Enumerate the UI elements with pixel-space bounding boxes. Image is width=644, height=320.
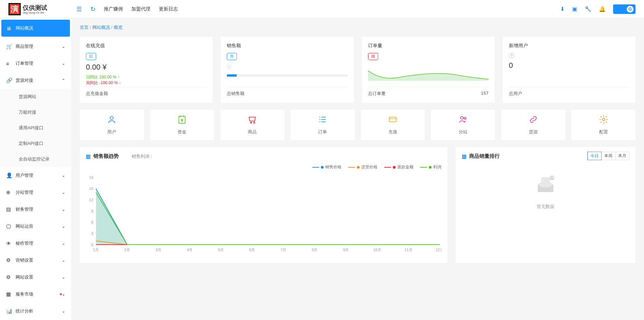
sidebar-label: 商品管理 [16, 43, 62, 50]
quicklink-充值[interactable]: 充值 [361, 110, 425, 140]
rank-tab-2[interactable]: 本月 [615, 152, 629, 160]
sidebar-subitem-0[interactable]: 货源网站 [0, 89, 71, 105]
breadcrumb-home[interactable]: 首页 [80, 25, 89, 30]
header: 演 仅供测试 Jing Gong Ce Shi ☰ ↻ 推广赚佣 加盟代理 更新… [0, 0, 644, 18]
sidebar-item-6[interactable]: ▤ 财务管理 ⌄ [0, 201, 71, 218]
svg-text:15: 15 [89, 187, 93, 191]
rank-tab-1[interactable]: 本周 [602, 152, 615, 160]
legend-item[interactable]: 利润 [420, 164, 441, 170]
svg-text:1月: 1月 [93, 248, 99, 252]
quicklink-分站[interactable]: 分站 [431, 110, 495, 140]
quicklink-订单[interactable]: 订单 [291, 110, 355, 140]
people-icon [458, 115, 468, 126]
sidebar-item-3[interactable]: 🔗 货源对接 ⌃ [0, 72, 71, 89]
chevron-icon: ⌄ [62, 173, 65, 178]
sidebar-item-0[interactable]: 🖥 网站概况 [1, 20, 70, 37]
refresh-icon[interactable]: ↻ [90, 5, 95, 13]
card-value: ¥ [227, 63, 347, 72]
sidebar-item-4[interactable]: 👤 用户管理 ⌄ [0, 167, 71, 184]
quicklink-货源[interactable]: 货源 [501, 110, 565, 140]
period-tag[interactable]: 周 [368, 53, 378, 60]
sidebar-item-12[interactable]: 📊 统计分析 ⌄ [0, 303, 71, 320]
sidebar-subitem-4[interactable]: 全自动监控记录 [0, 151, 71, 167]
wrench-icon[interactable]: 🔧 [585, 6, 591, 12]
sidebar-subitem-3[interactable]: 定制API接口 [0, 136, 71, 151]
collapse-menu-icon[interactable]: ☰ [76, 5, 82, 13]
help-icon[interactable]: ? [509, 53, 514, 58]
sidebar-icon: 🖥 [6, 25, 13, 31]
sidebar-icon: 👁 [6, 241, 13, 246]
sidebar-label: 分站管理 [16, 189, 62, 195]
sidebar-item-9[interactable]: ⚙ 营销设置 ⌄ [0, 252, 71, 269]
foot-label: 总充值金额 [86, 91, 108, 97]
tile-label: 商品 [248, 129, 257, 135]
legend-item[interactable]: 退款金额 [384, 164, 413, 170]
logo[interactable]: 演 仅供测试 Jing Gong Ce Shi [0, 0, 71, 18]
legend-item[interactable]: 销售价格 [312, 164, 342, 170]
svg-text:6: 6 [91, 220, 93, 224]
rank-tab-0[interactable]: 今日 [587, 152, 602, 160]
card-title: 销售额 [227, 43, 347, 49]
svg-text:4月: 4月 [187, 248, 192, 252]
tile-label: 订单 [318, 129, 327, 135]
user-badge[interactable]: G [613, 4, 636, 14]
sidebar-item-5[interactable]: ⊕ 分站管理 ⌄ [0, 184, 71, 201]
header-tab-agent[interactable]: 加盟代理 [131, 6, 150, 12]
sidebar-subitem-2[interactable]: 通用API接口 [0, 120, 71, 136]
sidebar-label: 网站运营 [16, 223, 62, 229]
svg-text:8月: 8月 [312, 248, 317, 252]
sidebar-icon: 🖵 [6, 224, 13, 229]
day-ratio: 日同比 100.00 % ↑ [86, 74, 206, 80]
list-icon [318, 115, 327, 126]
foot-label: 总用户 [509, 91, 522, 97]
sidebar-item-2[interactable]: ≡ 订单管理 ⌄ [0, 55, 71, 72]
bell-icon[interactable]: 🔔 [599, 6, 606, 12]
card-title: 新增用户 [509, 43, 629, 49]
sidebar-item-10[interactable]: ⚙ 网站设置 ⌄ [0, 269, 71, 286]
chart-icon: ▥ [86, 153, 91, 159]
svg-point-29 [551, 177, 552, 178]
export-icon[interactable]: ▣ [572, 6, 577, 12]
breadcrumb-page[interactable]: 概览 [114, 25, 123, 30]
sidebar-icon: ▤ [6, 206, 13, 212]
foot-label: 总销售额 [227, 91, 244, 97]
chevron-icon: ⌄ [62, 275, 65, 280]
sidebar-icon: ⊕ [6, 189, 13, 195]
chevron-icon: ⌄ [62, 309, 65, 314]
sidebar-subitem-1[interactable]: 万能对接 [0, 105, 71, 120]
product-rank-panel: ▥ 商品销量排行 今日本周本月 暂无数据 [456, 147, 636, 263]
svg-text:12: 12 [89, 198, 93, 202]
quicklink-配置[interactable]: 配置 [571, 110, 636, 140]
sidebar-item-1[interactable]: 🛒 商品管理 ⌄ [0, 38, 71, 55]
svg-text:9月: 9月 [343, 248, 349, 252]
week-ratio: 周同比 -100.00 % ↓ [86, 80, 206, 86]
sidebar-label: 网站概况 [16, 25, 65, 31]
tile-label: 资金 [178, 129, 186, 135]
stat-card-1: 销售额月 ¥总销售额 [221, 37, 353, 103]
svg-point-2 [251, 122, 252, 124]
period-tag[interactable]: 月 [227, 53, 237, 60]
svg-point-7 [602, 118, 605, 121]
stat-cards-row: 在线充值日0.00 ¥日同比 100.00 % ↑周同比 -100.00 % ↓… [71, 37, 644, 103]
progress-bar [227, 74, 347, 77]
foot-value: 157 [481, 91, 489, 97]
tile-label: 用户 [107, 129, 116, 135]
svg-text:6月: 6月 [249, 248, 255, 252]
header-tab-changelog[interactable]: 更新日志 [159, 6, 178, 12]
quicklink-资金[interactable]: 资金 [150, 110, 214, 140]
download-icon[interactable]: ⬇ [560, 6, 565, 12]
header-tab-promote[interactable]: 推广赚佣 [104, 6, 123, 12]
quicklink-商品[interactable]: 商品 [220, 110, 284, 140]
sidebar-item-7[interactable]: 🖵 网站运营 ⌄ [0, 218, 71, 235]
svg-point-3 [254, 122, 255, 124]
svg-point-6 [464, 117, 466, 119]
quicklink-用户[interactable]: 用户 [80, 110, 144, 140]
breadcrumb-section[interactable]: 网站概况 [92, 25, 110, 30]
sidebar-item-8[interactable]: 👁 秘价管理 ⌄ [0, 235, 71, 252]
tile-label: 货源 [529, 129, 538, 135]
chart-icon: ▥ [462, 153, 466, 159]
svg-text:3月: 3月 [155, 248, 161, 252]
period-tag[interactable]: 日 [86, 53, 96, 60]
legend-item[interactable]: 进货价格 [348, 164, 378, 170]
sidebar-item-11[interactable]: ▦ 服务市场 ⌄ [0, 286, 71, 303]
